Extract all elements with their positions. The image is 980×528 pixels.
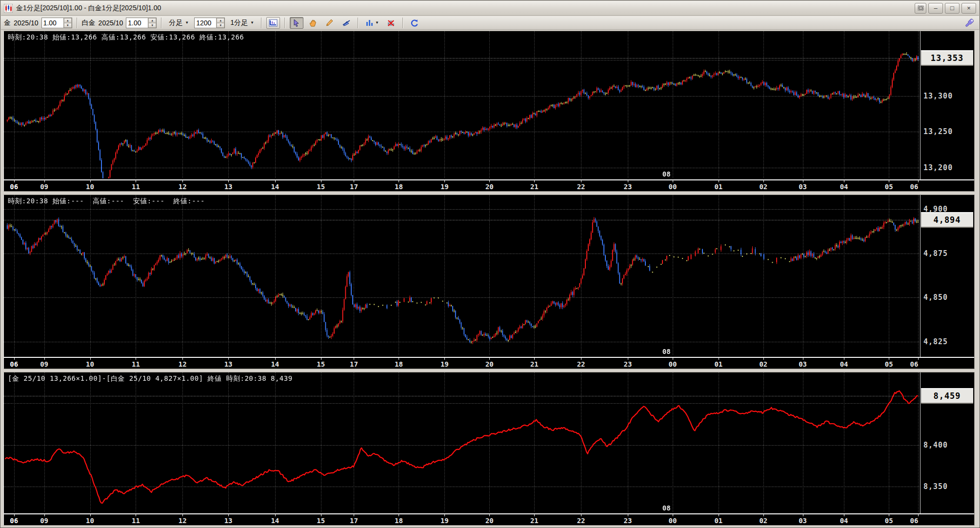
- plot-frame-line: [920, 195, 920, 357]
- time-tick-label: 19: [440, 517, 449, 525]
- axis-tick-mark: [444, 180, 445, 182]
- price-grid-label: 13,300: [923, 92, 953, 100]
- cursor-tool-button[interactable]: [290, 17, 303, 29]
- close-button[interactable]: ×: [961, 3, 976, 14]
- axis-tick-mark: [763, 180, 764, 182]
- axis-tick-mark: [534, 358, 535, 360]
- axis-tick-mark: [136, 514, 136, 516]
- maximize-button[interactable]: □: [945, 3, 960, 14]
- time-tick-label: 19: [440, 183, 449, 191]
- platinum-ratio-down-button[interactable]: ▼: [148, 23, 156, 28]
- time-tick-label: 21: [530, 360, 539, 368]
- gold-current-price-box: 13,353: [921, 50, 973, 66]
- platinum-chart-canvas[interactable]: [4, 195, 920, 356]
- settings-wrench-icon[interactable]: [963, 17, 976, 29]
- bar-count-down-button[interactable]: ▼: [217, 23, 224, 28]
- axis-tick-mark: [918, 514, 919, 516]
- gold-chart-canvas[interactable]: [4, 31, 920, 178]
- toolbar-separator: [161, 18, 162, 28]
- spread-price-scale[interactable]: 8,459 8,4008,350: [921, 372, 974, 513]
- axis-tick-mark: [44, 514, 45, 516]
- axis-tick-mark: [844, 180, 844, 182]
- platinum-ratio-input[interactable]: [126, 18, 148, 28]
- interval-dropdown-label: 分足: [169, 19, 182, 27]
- bar-count-input[interactable]: [195, 18, 216, 28]
- axis-tick-mark: [719, 514, 719, 516]
- axis-tick-mark: [399, 358, 399, 360]
- delete-study-button[interactable]: [384, 17, 398, 29]
- price-grid-label: 4,875: [923, 249, 948, 258]
- time-tick-label: 22: [577, 360, 585, 368]
- time-tick-label: 20: [485, 517, 494, 525]
- pencil-draw-tool-button[interactable]: [323, 17, 337, 29]
- spread-info-line: [金 25/10 13,266×1.00]-[白金 25/10 4,827×1.…: [8, 374, 293, 383]
- axis-tick-mark: [399, 180, 399, 182]
- axis-tick-mark: [534, 180, 535, 182]
- gold-ratio-input[interactable]: [42, 18, 63, 28]
- chart-type-dropdown-button[interactable]: ▼: [363, 17, 381, 29]
- axis-tick-mark: [275, 514, 276, 516]
- axis-tick-mark: [889, 514, 889, 516]
- axis-tick-mark: [889, 180, 889, 182]
- time-tick-label: 18: [395, 360, 403, 368]
- time-tick-label: 21: [530, 183, 539, 191]
- time-tick-label: 14: [271, 517, 279, 525]
- bar-count-spinner[interactable]: ▲▼: [194, 18, 225, 28]
- chart-settings-button[interactable]: [266, 17, 280, 29]
- window-title: 金1分足[2025/10]1.00 - 白金1分足[2025/10]1.00: [16, 4, 161, 13]
- platinum-price-scale[interactable]: 4,894 4,9004,8754,8504,825: [921, 195, 974, 357]
- price-grid-label: 8,350: [923, 482, 948, 491]
- axis-tick-mark: [844, 358, 844, 360]
- gold-ratio-up-button[interactable]: ▲: [64, 18, 72, 23]
- bar-count-up-button[interactable]: ▲: [217, 18, 224, 23]
- axis-tick-mark: [14, 180, 15, 182]
- time-tick-label: 01: [714, 360, 722, 368]
- time-tick-label: 21: [530, 517, 539, 525]
- minimize-button[interactable]: –: [928, 3, 943, 14]
- axis-tick-mark: [14, 358, 15, 360]
- price-grid-label: 13,200: [923, 163, 953, 172]
- time-tick-label: 18: [395, 183, 403, 191]
- platinum-ratio-spinner[interactable]: ▲▼: [126, 18, 157, 28]
- period-dropdown[interactable]: 1分足 ▼: [228, 17, 257, 29]
- axis-tick-mark: [228, 180, 229, 182]
- axis-tick-mark: [444, 514, 445, 516]
- title-bar[interactable]: 金1分足[2025/10]1.00 - 白金1分足[2025/10]1.00 –…: [1, 1, 979, 16]
- time-tick-label: 10: [86, 360, 94, 368]
- axis-tick-mark: [354, 514, 354, 516]
- time-tick-label: 14: [271, 183, 279, 191]
- axis-tick-mark: [90, 514, 91, 516]
- gold-time-axis[interactable]: 0609101112131415171819202122230001020304…: [4, 179, 974, 191]
- time-tick-label: 06: [10, 517, 18, 525]
- axis-tick-mark: [321, 180, 321, 182]
- reload-chart-button[interactable]: [408, 17, 421, 29]
- interval-dropdown[interactable]: 分足 ▼: [166, 17, 191, 29]
- axis-tick-mark: [673, 514, 673, 516]
- time-tick-label: 11: [132, 183, 140, 191]
- time-tick-label: 00: [669, 517, 677, 525]
- delete-study-icon: [387, 19, 395, 27]
- axis-tick-mark: [803, 358, 803, 360]
- gold-ratio-down-button[interactable]: ▼: [64, 23, 72, 28]
- axis-tick-mark: [918, 180, 919, 182]
- hand-icon: [309, 19, 317, 27]
- time-tick-label: 13: [224, 360, 233, 368]
- time-tick-label: 12: [179, 360, 187, 368]
- spread-time-axis[interactable]: 0609101112131415171819202122230001020304…: [4, 513, 974, 525]
- gold-price-scale[interactable]: 13,353 13,30013,25013,200: [921, 31, 974, 179]
- platinum-time-axis[interactable]: 0609101112131415171819202122230001020304…: [4, 357, 974, 369]
- price-grid-label: 4,900: [923, 205, 948, 214]
- platinum-ratio-up-button[interactable]: ▲: [148, 18, 156, 23]
- pan-hand-tool-button[interactable]: [306, 17, 320, 29]
- gold-ratio-spinner[interactable]: ▲▼: [41, 18, 72, 28]
- axis-tick-mark: [182, 180, 183, 182]
- spread-current-price-box: 8,459: [921, 388, 973, 404]
- float-window-button[interactable]: [915, 3, 926, 14]
- spread-chart-canvas[interactable]: [4, 372, 920, 512]
- trendline-tool-button[interactable]: [340, 17, 353, 29]
- candlestick-app-icon: [4, 4, 13, 13]
- axis-tick-mark: [14, 514, 15, 516]
- axis-tick-mark: [673, 180, 673, 182]
- time-tick-label: 13: [224, 183, 233, 191]
- time-tick-label: 06: [910, 517, 919, 525]
